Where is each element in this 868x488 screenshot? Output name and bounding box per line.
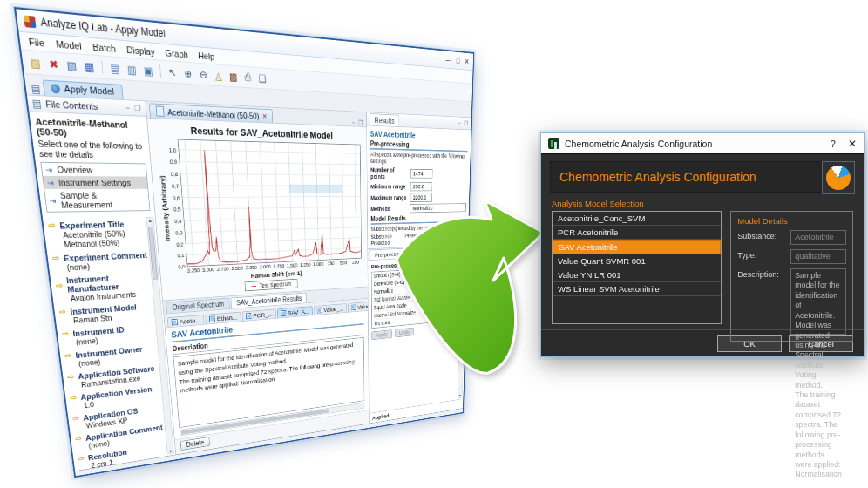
checkbox-icon[interactable] [246, 313, 252, 319]
checkbox-icon[interactable] [172, 319, 178, 326]
app-icon [24, 15, 36, 28]
editor-minmax-icons[interactable]: − ❐ [352, 119, 364, 126]
model-list-item[interactable]: PCR Acetonitrile [553, 226, 721, 240]
checkbox-icon[interactable] [317, 308, 322, 314]
zoom-out-icon[interactable]: ⊖ [197, 66, 210, 82]
menu-item-file[interactable]: File [28, 36, 45, 48]
chart-icon[interactable]: ▩ [227, 69, 240, 84]
substance-label: Substance: [737, 230, 786, 241]
zoom-in-icon[interactable]: ⊕ [181, 65, 195, 81]
menu-item-graph[interactable]: Graph [165, 47, 188, 58]
nav-arrow-icon: ⇥ [46, 178, 54, 186]
yellow-arrow-icon: ⇨ [70, 393, 78, 403]
nav-item-instrument-settings[interactable]: ⇥Instrument Settings [43, 176, 147, 189]
property-item: ⇨Experiment TitleAcetonitrile (50%) Meth… [48, 219, 148, 250]
menu-item-display[interactable]: Display [126, 44, 156, 57]
preprocessing-minmax-icons[interactable]: − ❐ [456, 249, 466, 255]
yellow-arrow-icon: ⇨ [62, 329, 70, 339]
y-tick-label: 0,6 [166, 194, 180, 201]
scroll-up-icon[interactable]: ▲ [146, 218, 153, 223]
file-title: Acetonitrile-Methanol (50-50) [29, 112, 148, 141]
methods-list: Smooth (S-G)Derivative (S-G)NormalizeStd… [371, 268, 431, 329]
property-item: ⇨Instrument ManufacturerAvalon Instrumen… [55, 272, 153, 304]
yellow-arrow-icon: ⇨ [56, 281, 64, 291]
menu-item-batch[interactable]: Batch [92, 41, 117, 53]
dialog-header-title: Chemometric Analysis Configuration [559, 170, 756, 184]
results-panel: Results − ❐ SAV Acetonitrile Pre-process… [367, 112, 471, 423]
minimize-icon[interactable]: — [445, 55, 451, 64]
toolbar-separator [101, 60, 103, 74]
perspective-icon[interactable]: ▤ [31, 83, 42, 96]
model-details-heading: Model Details [737, 216, 846, 226]
model-list-item[interactable]: Value Quant SVMR 001 [553, 254, 721, 268]
maximize-icon[interactable]: □ [457, 56, 460, 65]
model-list-item[interactable]: Value YN LR 001 [553, 268, 721, 282]
pie-logo-icon [826, 166, 851, 190]
model-list-item[interactable]: WS Linear SVM Acetonitrile [553, 282, 721, 296]
field-value[interactable]: 1474 [410, 169, 433, 179]
nav-item-sample-measurement[interactable]: ⇥Sample & Measurement [44, 189, 149, 212]
apply-button[interactable]: Apply [371, 329, 391, 340]
results-scrollbar[interactable]: ▲▼ [458, 257, 466, 398]
import-icon[interactable]: ▧ [64, 57, 80, 73]
property-value: Acetonitrile (50%) Methanol (50%) [49, 228, 147, 249]
chemometric-dialog: Chemometric Analysis Configuration ? ✕ C… [540, 132, 865, 357]
field-label: Maximum range [370, 194, 408, 201]
field-value[interactable]: Normalize [410, 203, 466, 213]
model-list-item[interactable]: Acetonitrile_Conc_SVM [553, 212, 721, 226]
open-folder-icon[interactable]: ▨ [27, 54, 44, 71]
delete-button[interactable]: Delete [180, 437, 210, 451]
legend-line-swatch: — [251, 282, 256, 289]
type-field[interactable]: qualitative [790, 249, 846, 264]
field-label: Number of points [370, 166, 409, 180]
layout-icon[interactable]: ❏ [256, 71, 268, 85]
table-header-present: Present [404, 232, 434, 245]
results-heading: SAV Acetonitrile [370, 130, 468, 141]
save-icon[interactable]: ▦ [81, 58, 97, 75]
print-icon[interactable]: ⎙ [241, 70, 254, 85]
tab-close-icon[interactable]: ✕ [262, 112, 268, 120]
scene: Analyze IQ Lab - Apply Model — □ ✕ FileM… [0, 0, 868, 488]
copy-view-icon[interactable]: ▤ [107, 60, 123, 77]
dialog-close-icon[interactable]: ✕ [848, 138, 857, 150]
description-field[interactable]: Sample model for the identification of A… [790, 268, 846, 335]
y-tick-label: 0,7 [165, 183, 180, 190]
nav-item-label: Instrument Settings [58, 178, 131, 187]
property-item: ⇨Experiment Comment(none) [52, 250, 150, 273]
file-icon [156, 106, 165, 117]
table-header-substance-predicted: Substance Predicted [371, 233, 402, 247]
model-list-item[interactable]: SAV Acetonitrile [553, 240, 721, 254]
field-value[interactable]: 250.0 [410, 182, 432, 191]
dialog-titlebar[interactable]: Chemometric Analysis Configuration ? ✕ [541, 133, 864, 154]
panel-minmax-icons[interactable]: − ❐ [125, 104, 142, 112]
file-hint: Select one of the following to see the d… [32, 139, 150, 164]
spectrum-editor: Acetonitrile-Methanol (50-50) ✕ − ❐ Resu… [146, 101, 369, 454]
help-icon[interactable]: ? [824, 139, 843, 149]
properties-icon[interactable]: ▣ [141, 63, 156, 78]
chart-legend: — Test Spectrum [244, 279, 298, 292]
delete-icon[interactable]: ✖ [45, 56, 62, 72]
highlight-icon[interactable]: ◬ [212, 68, 225, 83]
preprocessing-field: MethodsNormalize [370, 203, 465, 214]
checkbox-icon[interactable] [281, 310, 286, 316]
undo-button[interactable]: Undo [395, 328, 414, 338]
nav-item-overview[interactable]: ⇥Overview [41, 163, 146, 177]
checkbox-icon[interactable] [209, 315, 215, 322]
scroll-down-icon[interactable]: ▼ [167, 449, 173, 454]
dialog-header-band: Chemometric Analysis Configuration [550, 161, 855, 193]
results-body: SAV Acetonitrile Pre-processing All spec… [367, 125, 471, 249]
results-minmax-icons[interactable]: − ❐ [458, 119, 469, 126]
menu-item-model[interactable]: Model [55, 38, 82, 51]
menu-item-help[interactable]: Help [198, 50, 215, 61]
yellow-arrow-icon: ⇨ [72, 414, 80, 424]
field-label: Methods [370, 206, 408, 213]
close-icon[interactable]: ✕ [465, 57, 469, 66]
substance-field[interactable]: Acetonitrile [790, 230, 846, 245]
x-tick-label: 250 [348, 259, 363, 266]
checkbox-icon[interactable] [351, 304, 356, 310]
y-tick-label: 0,2 [170, 241, 184, 247]
tab-results[interactable]: Results [370, 113, 399, 126]
tile-view-icon[interactable]: ▥ [125, 61, 139, 77]
field-value[interactable]: 3200.0 [410, 193, 432, 201]
reset-view-icon[interactable]: ↖ [166, 64, 180, 80]
